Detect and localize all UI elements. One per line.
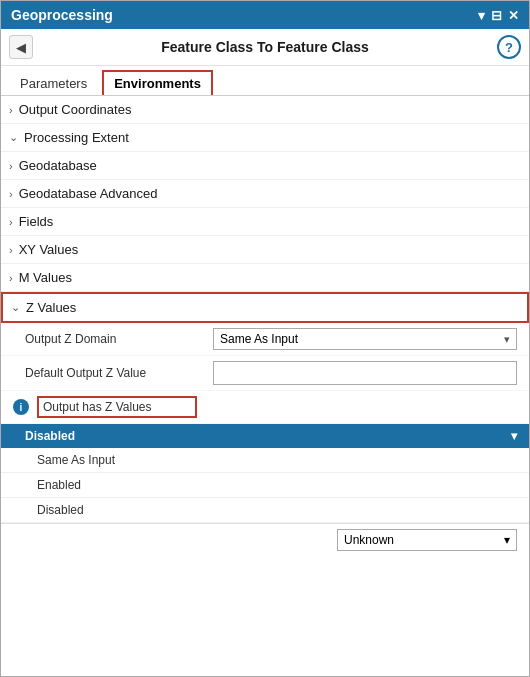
section-fields-label: Fields — [19, 214, 54, 229]
section-output-coordinates[interactable]: › Output Coordinates — [1, 96, 529, 124]
default-output-z-value-label: Default Output Z Value — [25, 366, 205, 380]
section-geodatabase-label: Geodatabase — [19, 158, 97, 173]
chevron-right-icon5: › — [9, 244, 13, 256]
dropdown-item-disabled[interactable]: Disabled — [1, 498, 529, 523]
bottom-unknown-value: Unknown — [344, 533, 394, 547]
section-m-values-label: M Values — [19, 270, 72, 285]
output-z-domain-select[interactable]: Same As Input ▾ — [213, 328, 517, 350]
default-output-z-value-input[interactable] — [213, 361, 517, 385]
close-icon[interactable]: ✕ — [508, 8, 519, 23]
bottom-row: Unknown ▾ — [1, 523, 529, 556]
back-button[interactable]: ◀ — [9, 35, 33, 59]
dropdown-active-row[interactable]: Disabled ▾ — [1, 424, 529, 448]
output-has-z-values-row: i Output has Z Values — [1, 391, 529, 424]
default-output-z-value-row: Default Output Z Value — [1, 356, 529, 391]
chevron-right-icon4: › — [9, 216, 13, 228]
tool-header: ◀ Feature Class To Feature Class ? — [1, 29, 529, 66]
default-output-z-value-control — [213, 361, 517, 385]
dropdown-arrow-icon: ▾ — [511, 429, 517, 443]
section-m-values[interactable]: › M Values — [1, 264, 529, 292]
section-output-coordinates-label: Output Coordinates — [19, 102, 132, 117]
geoprocessing-panel: Geoprocessing ▾ ⊟ ✕ ◀ Feature Class To F… — [0, 0, 530, 677]
section-z-values-label: Z Values — [26, 300, 76, 315]
section-fields[interactable]: › Fields — [1, 208, 529, 236]
output-z-domain-value: Same As Input — [220, 332, 298, 346]
info-icon: i — [13, 399, 29, 415]
tab-environments[interactable]: Environments — [102, 70, 213, 95]
tool-name: Feature Class To Feature Class — [39, 39, 491, 55]
chevron-right-icon3: › — [9, 188, 13, 200]
output-has-z-values-label: Output has Z Values — [37, 396, 197, 418]
dropdown-item-enabled[interactable]: Enabled — [1, 473, 529, 498]
chevron-right-icon2: › — [9, 160, 13, 172]
chevron-right-icon: › — [9, 104, 13, 116]
tab-parameters[interactable]: Parameters — [9, 71, 98, 95]
chevron-right-icon6: › — [9, 272, 13, 284]
content-area: › Output Coordinates ⌄ Processing Extent… — [1, 96, 529, 676]
bottom-arrow-icon: ▾ — [504, 533, 510, 547]
select-arrow-icon: ▾ — [504, 333, 510, 346]
section-processing-extent-label: Processing Extent — [24, 130, 129, 145]
tabs-row: Parameters Environments — [1, 66, 529, 96]
chevron-down-icon: ⌄ — [9, 131, 18, 144]
dropdown-item-same-as-input[interactable]: Same As Input — [1, 448, 529, 473]
output-z-domain-label: Output Z Domain — [25, 332, 205, 346]
section-geodatabase-advanced[interactable]: › Geodatabase Advanced — [1, 180, 529, 208]
section-z-values[interactable]: ⌄ Z Values — [1, 292, 529, 323]
title-bar: Geoprocessing ▾ ⊟ ✕ — [1, 1, 529, 29]
section-processing-extent[interactable]: ⌄ Processing Extent — [1, 124, 529, 152]
help-icon: ? — [505, 40, 513, 55]
chevron-down-icon2: ⌄ — [11, 301, 20, 314]
section-xy-values[interactable]: › XY Values — [1, 236, 529, 264]
panel-title: Geoprocessing — [11, 7, 113, 23]
section-xy-values-label: XY Values — [19, 242, 79, 257]
output-z-domain-row: Output Z Domain Same As Input ▾ — [1, 323, 529, 356]
title-bar-controls: ▾ ⊟ ✕ — [478, 8, 519, 23]
help-button[interactable]: ? — [497, 35, 521, 59]
output-z-domain-control: Same As Input ▾ — [213, 328, 517, 350]
bottom-unknown-select[interactable]: Unknown ▾ — [337, 529, 517, 551]
dropdown-selected-value: Disabled — [25, 429, 75, 443]
back-icon: ◀ — [16, 40, 26, 55]
section-geodatabase[interactable]: › Geodatabase — [1, 152, 529, 180]
section-geodatabase-advanced-label: Geodatabase Advanced — [19, 186, 158, 201]
pin-icon[interactable]: ▾ — [478, 8, 485, 23]
undock-icon[interactable]: ⊟ — [491, 8, 502, 23]
